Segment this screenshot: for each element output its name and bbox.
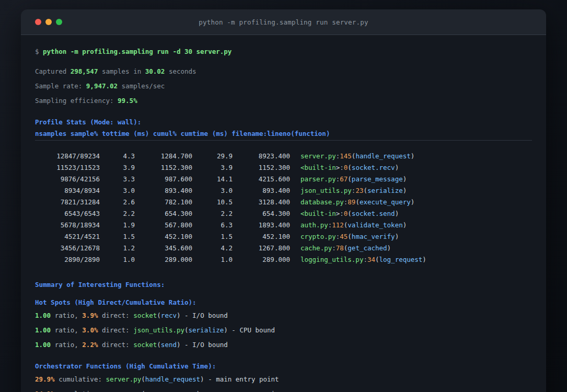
function-name: handle_request [355,152,410,160]
function-name: parse_message [145,390,196,392]
cell-tottime: 567.800 [135,220,192,231]
table-row: 7821/312842.6782.10010.53128.400database… [35,197,532,208]
cell-tottime: 782.100 [135,197,192,208]
cell-cumtime: 3128.400 [233,197,290,208]
paren-close: ) [395,210,399,217]
cell-cumul-pct: 4.2 [192,243,233,254]
colon: : [363,256,367,263]
cell-cumtime: 654.300 [233,208,290,220]
hot-spot-item: 1.00 ratio, 2.2% direct: socket(send) - … [35,341,532,349]
function-name: parse_message [352,175,403,183]
cell-cumtime: 1267.800 [233,243,290,254]
line-number: 112 [332,221,344,229]
function-cell: parser.py:67(parse_message) [290,174,532,185]
function-cell: server.py:145(handle_request) [290,151,532,162]
module-name: parser.py [106,390,141,392]
paren-close: ) [395,164,399,171]
function-cell: <built-in>:0(socket.send) [290,208,532,220]
cell-tottime: 1152.300 [135,162,192,174]
table-row: 2890/28901.0289.0001.0289.000logging_uti… [35,254,532,266]
ratio-value: 1.00 [35,326,51,334]
direct-label: direct: [98,326,133,334]
hot-spots-list: 1.00 ratio, 3.9% direct: socket(recv) - … [35,312,532,349]
orchestrators-heading: Orchestrator Functions (High Cumulative … [35,362,532,370]
efficiency-line: Sampling efficiency: 99.5% [35,97,532,105]
orchestrator-item: 29.9% cumulative: server.py(handle_reque… [35,375,532,383]
paren-close: ) [177,312,181,319]
cell-cumtime: 289.000 [233,254,290,266]
direct-percent: 3.9% [82,312,98,319]
paren-close: ) [403,221,407,229]
table-row: 4521/45211.5452.1001.5452.100crypto.py:4… [35,231,532,243]
hot-spot-item: 1.00 ratio, 3.0% direct: json_utils.py(s… [35,326,532,334]
function-name: log_request [379,256,423,263]
cell-sample-pct: 1.2 [100,243,135,254]
ratio-label: ratio, [51,312,82,319]
paren-close: ) [387,244,391,252]
cell-cumul-pct: 6.3 [192,220,233,231]
sample-rate-label: Sample rate: [35,82,86,90]
function-name: socket.send [352,210,395,217]
note-text: - I/O bound [181,312,228,319]
cell-nsamples: 9876/42156 [35,174,100,185]
table-divider [35,140,532,141]
cell-cumtime: 8923.400 [233,151,290,162]
terminal-output: $ python -m profiling.sampling run -d 30… [21,48,546,392]
paren-close: ) [411,152,415,160]
paren-open: ( [141,390,145,392]
line-number: 34 [367,256,375,263]
cell-cumul-pct: 29.9 [192,151,233,162]
note-text: - I/O bound [181,341,228,349]
cell-sample-pct: 2.6 [100,197,135,208]
ratio-value: 1.00 [35,341,51,349]
cell-cumul-pct: 3.0 [192,185,233,197]
line-number: 78 [336,244,344,252]
cumulative-percent: 14.1% [35,390,55,392]
file-name: database.py [300,198,344,206]
cell-cumul-pct: 3.9 [192,162,233,174]
direct-percent: 3.0% [82,326,98,334]
cell-cumul-pct: 1.0 [192,254,233,266]
line-number: 89 [348,198,355,206]
paren-close: ) [422,256,426,263]
direct-label: direct: [98,312,133,319]
cell-tottime: 893.400 [135,185,192,197]
hot-spot-item: 1.00 ratio, 3.9% direct: socket(recv) - … [35,312,532,319]
function-cell: logging_utils.py:34(log_request) [290,254,532,266]
efficiency-value: 99.5% [118,97,137,105]
paren-open: ( [348,210,352,217]
profile-table: 12847/892344.31284.70029.98923.400server… [35,151,532,266]
function-name: send [161,341,177,349]
cell-cumul-pct: 1.5 [192,231,233,243]
orchestrators-list: 29.9% cumulative: server.py(handle_reque… [35,375,532,392]
sample-rate-value: 9,947.02 [86,82,118,90]
samples-count: 298,547 [71,67,98,75]
paren-close: ) [403,187,407,194]
duration-value: 30.02 [145,67,165,75]
table-row: 11523/115233.91152.3003.91152.300<built-… [35,162,532,174]
cell-cumul-pct: 14.1 [192,174,233,185]
paren-open: ( [363,187,367,194]
function-cell: database.py:89(execute_query) [290,197,532,208]
cell-tottime: 345.600 [135,243,192,254]
orchestrator-item: 14.1% cumulative: parser.py(parse_messag… [35,390,532,392]
command-text: python -m profiling.sampling run -d 30 s… [43,48,232,55]
cell-nsamples: 3456/12678 [35,243,100,254]
cell-nsamples: 7821/31284 [35,197,100,208]
line-number: 23 [355,187,363,194]
cell-tottime: 654.300 [135,208,192,220]
paren-open: ( [348,233,352,240]
shell-prompt: $ [35,48,43,55]
file-name: cache.py [300,244,332,252]
table-row: 6543/65432.2654.3002.2654.300<built-in>:… [35,208,532,220]
cell-sample-pct: 1.0 [100,254,135,266]
profile-stats-heading: Profile Stats (Mode: wall): [35,118,532,126]
paren-open: ( [348,164,352,171]
cell-sample-pct: 4.3 [100,151,135,162]
file-name: crypto.py [300,233,336,240]
paren-close: ) [224,326,228,334]
cumulative-label: cumulative: [55,375,106,383]
table-row: 3456/126781.2345.6004.21267.800cache.py:… [35,243,532,254]
module-name: socket [133,312,157,319]
sample-rate-unit: samples/sec [118,82,165,90]
